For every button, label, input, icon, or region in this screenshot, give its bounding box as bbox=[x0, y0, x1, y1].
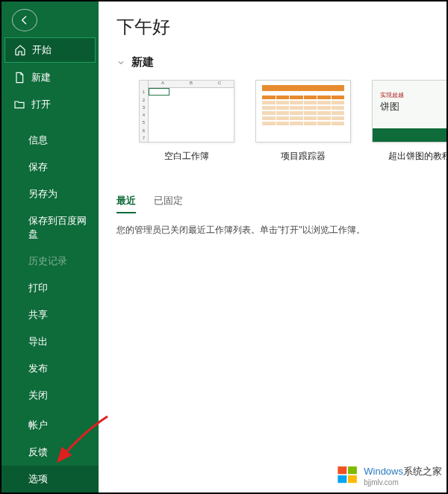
arrow-left-icon bbox=[19, 14, 31, 26]
main-area: 下午好 新建 1234567 ABC 空白工作簿 bbox=[99, 1, 447, 493]
template-thumb: 1234567 ABC bbox=[139, 80, 234, 143]
template-caption: 项目跟踪器 bbox=[255, 150, 351, 163]
nav-options[interactable]: 选项 bbox=[1, 466, 99, 493]
nav-account[interactable]: 帐户 bbox=[1, 412, 99, 439]
nav-label: 打开 bbox=[31, 98, 51, 111]
nav-save-as[interactable]: 另存为 bbox=[1, 181, 99, 207]
nav-export[interactable]: 导出 bbox=[1, 328, 99, 355]
nav-info[interactable]: 信息 bbox=[1, 127, 99, 154]
nav-new[interactable]: 新建 bbox=[1, 64, 99, 91]
nav-open[interactable]: 打开 bbox=[1, 91, 99, 118]
template-list: 1234567 ABC 空白工作簿 bbox=[139, 80, 447, 163]
tab-pinned[interactable]: 已固定 bbox=[154, 190, 183, 213]
nav-label: 新建 bbox=[31, 71, 51, 84]
nav-feedback[interactable]: 反馈 bbox=[1, 439, 99, 466]
nav-history: 历史记录 bbox=[1, 248, 99, 275]
nav-close[interactable]: 关闭 bbox=[1, 382, 99, 409]
template-caption: 超出饼图的教程 bbox=[372, 150, 447, 163]
recent-tabs: 最近 已固定 bbox=[116, 190, 447, 213]
folder-open-icon bbox=[13, 99, 25, 110]
sidebar: 开始 新建 打开 信息 保存 另存为 保存到百度网盘 历史记录 打印 共享 导出… bbox=[1, 1, 99, 493]
back-button[interactable] bbox=[12, 9, 37, 31]
nav-label: 开始 bbox=[32, 43, 52, 57]
tab-recent[interactable]: 最近 bbox=[116, 190, 136, 213]
template-caption: 空白工作簿 bbox=[139, 150, 234, 163]
template-project-tracker[interactable]: 项目跟踪器 bbox=[255, 80, 351, 163]
file-icon bbox=[13, 72, 25, 84]
chevron-down-icon bbox=[116, 58, 125, 67]
template-thumb: 实现超越 饼图 bbox=[372, 80, 447, 143]
nav-publish[interactable]: 发布 bbox=[1, 355, 99, 382]
template-blank-workbook[interactable]: 1234567 ABC 空白工作簿 bbox=[139, 80, 234, 163]
new-section-header[interactable]: 新建 bbox=[116, 55, 447, 69]
template-thumb bbox=[255, 80, 351, 143]
nav-print[interactable]: 打印 bbox=[1, 275, 99, 301]
recent-message: 您的管理员已关闭最近工作簿列表。单击"打开"以浏览工作簿。 bbox=[116, 224, 447, 237]
nav-share[interactable]: 共享 bbox=[1, 301, 99, 328]
nav-save[interactable]: 保存 bbox=[1, 154, 99, 181]
new-section-label: 新建 bbox=[131, 55, 154, 69]
greeting-text: 下午好 bbox=[116, 15, 447, 39]
nav-save-baidu[interactable]: 保存到百度网盘 bbox=[1, 207, 99, 248]
template-pie-tutorial[interactable]: 实现超越 饼图 超出饼图的教程 bbox=[372, 80, 447, 163]
nav-home[interactable]: 开始 bbox=[4, 37, 96, 63]
home-icon bbox=[14, 44, 26, 56]
